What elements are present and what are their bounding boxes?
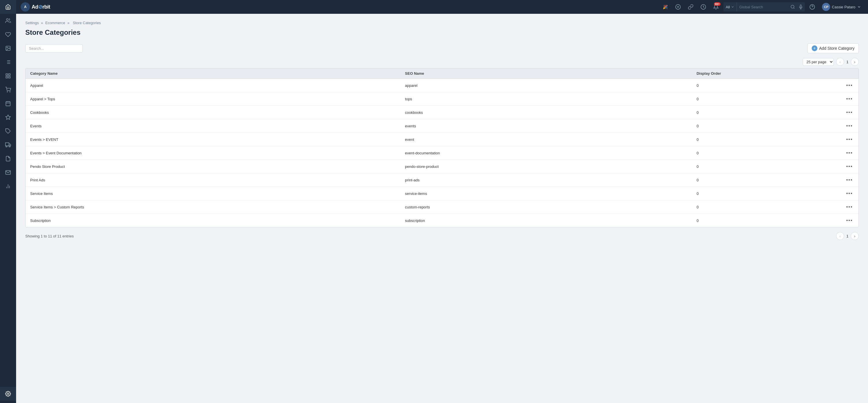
cell-actions: •••: [817, 160, 859, 173]
table-row: Service Items service-items 0 •••: [26, 187, 859, 200]
row-actions-button[interactable]: •••: [845, 136, 854, 143]
sidebar-item-image[interactable]: [0, 41, 16, 55]
mic-button[interactable]: [797, 5, 805, 9]
categories-table: Category Name SEO Name Display Order App…: [25, 68, 859, 227]
topbar: A Ad⊘rbit 🎉 99+ All: [16, 0, 868, 14]
sidebar-item-list[interactable]: [0, 55, 16, 69]
svg-rect-9: [6, 74, 8, 75]
notification-icon[interactable]: 99+: [711, 2, 721, 12]
svg-rect-11: [6, 76, 8, 78]
table-row: Cookbooks cookbooks 0 •••: [26, 106, 859, 119]
sidebar-item-file[interactable]: [0, 152, 16, 165]
add-icon: +: [812, 45, 817, 51]
cell-seo-name: cookbooks: [400, 106, 692, 119]
prev-page-button[interactable]: ‹: [836, 58, 844, 66]
table-header-row: Category Name SEO Name Display Order: [26, 68, 859, 79]
table-row: Print Ads print-ads 0 •••: [26, 173, 859, 187]
table-row: Apparel > Tops tops 0 •••: [26, 92, 859, 106]
cell-seo-name: print-ads: [400, 173, 692, 187]
cell-category-name: Events > EVENT: [26, 133, 400, 146]
svg-marker-19: [6, 115, 11, 120]
next-page-button-bottom[interactable]: ›: [851, 232, 859, 240]
svg-rect-21: [5, 143, 9, 146]
search-input[interactable]: [737, 5, 789, 9]
cell-seo-name: pendo-store-product: [400, 160, 692, 173]
sidebar-item-star[interactable]: [0, 111, 16, 124]
user-menu[interactable]: CP Cassie Pataro: [820, 2, 863, 12]
table-row: Events > Event Documentation event-docum…: [26, 146, 859, 160]
row-actions-button[interactable]: •••: [845, 122, 854, 130]
sidebar-item-users[interactable]: [0, 14, 16, 28]
chevron-down-icon: [731, 5, 734, 9]
next-page-button[interactable]: ›: [851, 58, 859, 66]
sidebar-item-settings[interactable]: [0, 387, 16, 401]
cell-category-name: Print Ads: [26, 173, 400, 187]
add-button-label: Add Store Category: [819, 46, 855, 51]
global-search: All: [723, 2, 805, 11]
sidebar-item-handshake[interactable]: [0, 28, 16, 41]
breadcrumb: Settings » Ecommerce » Store Categories: [25, 21, 859, 25]
cell-category-name: Service Items > Custom Reports: [26, 200, 400, 214]
cell-category-name: Apparel: [26, 79, 400, 92]
page-number: 1: [846, 60, 848, 64]
row-actions-button[interactable]: •••: [845, 163, 854, 170]
brand: A Ad⊘rbit: [21, 2, 50, 11]
cell-category-name: Service Items: [26, 187, 400, 200]
search-scope[interactable]: All: [723, 2, 737, 11]
sidebar-item-grid[interactable]: [0, 69, 16, 83]
cell-display-order: 0: [692, 79, 817, 92]
cell-display-order: 0: [692, 106, 817, 119]
cell-display-order: 0: [692, 214, 817, 227]
sidebar-item-tag[interactable]: [0, 124, 16, 138]
row-actions-button[interactable]: •••: [845, 82, 854, 89]
row-actions-button[interactable]: •••: [845, 217, 854, 224]
per-page-select[interactable]: 25 per page: [803, 58, 834, 66]
breadcrumb-settings[interactable]: Settings: [25, 21, 39, 25]
cell-actions: •••: [817, 79, 859, 92]
cell-seo-name: service-items: [400, 187, 692, 200]
col-header-display-order: Display Order: [692, 68, 817, 79]
table-search-input[interactable]: [25, 44, 83, 53]
add-store-category-button[interactable]: + Add Store Category: [807, 43, 859, 53]
prev-page-button-bottom[interactable]: ‹: [836, 232, 844, 240]
table-row: Events events 0 •••: [26, 119, 859, 133]
party-icon[interactable]: 🎉: [660, 2, 671, 12]
col-header-actions: [817, 68, 859, 79]
cell-actions: •••: [817, 173, 859, 187]
sidebar: [0, 0, 16, 403]
table-row: Subscription subscription 0 •••: [26, 214, 859, 227]
cell-seo-name: events: [400, 119, 692, 133]
cell-category-name: Events: [26, 119, 400, 133]
clock-icon[interactable]: [698, 2, 709, 12]
sidebar-item-home[interactable]: [0, 0, 16, 14]
sidebar-item-cart[interactable]: [0, 83, 16, 97]
add-icon[interactable]: [673, 2, 683, 12]
sidebar-item-mail[interactable]: [0, 165, 16, 179]
cell-actions: •••: [817, 146, 859, 160]
row-actions-button[interactable]: •••: [845, 190, 854, 197]
help-icon[interactable]: [807, 2, 817, 12]
sidebar-item-calendar[interactable]: [0, 97, 16, 111]
breadcrumb-ecommerce[interactable]: Ecommerce: [45, 21, 65, 25]
cell-display-order: 0: [692, 187, 817, 200]
row-actions-button[interactable]: •••: [845, 176, 854, 184]
row-actions-button[interactable]: •••: [845, 95, 854, 103]
cell-actions: •••: [817, 92, 859, 106]
svg-point-28: [7, 393, 9, 395]
cell-display-order: 0: [692, 200, 817, 214]
row-actions-button[interactable]: •••: [845, 203, 854, 211]
link-icon[interactable]: [685, 2, 696, 12]
svg-point-2: [7, 47, 7, 48]
cell-seo-name: event-documentation: [400, 146, 692, 160]
row-actions-button[interactable]: •••: [845, 108, 854, 116]
table-row: Service Items > Custom Reports custom-re…: [26, 200, 859, 214]
svg-rect-10: [9, 74, 10, 75]
pagination-top: 25 per page ‹ 1 ›: [25, 58, 859, 66]
search-button[interactable]: [789, 5, 797, 9]
svg-point-33: [791, 5, 794, 8]
row-actions-button[interactable]: •••: [845, 149, 854, 157]
sidebar-item-chart[interactable]: [0, 179, 16, 193]
cell-seo-name: tops: [400, 92, 692, 106]
mic-icon: [799, 5, 803, 9]
sidebar-item-truck[interactable]: [0, 138, 16, 152]
